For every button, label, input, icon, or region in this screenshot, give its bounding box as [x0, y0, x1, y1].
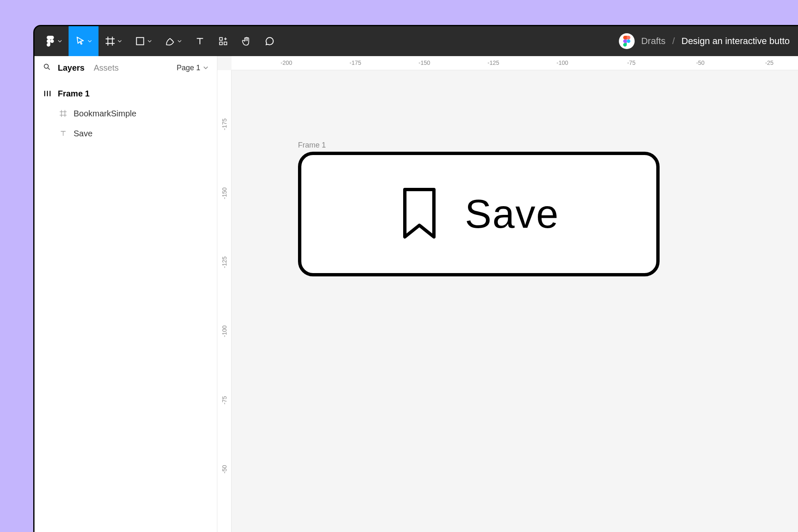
- canvas-wrap: -200 -175 -150 -125 -100 -75 -50 -25 -17…: [217, 56, 798, 532]
- ruler-tick: -175: [221, 118, 228, 130]
- page-label: Page 1: [177, 64, 200, 72]
- chevron-down-icon: [203, 65, 209, 71]
- ruler-tick: -200: [281, 59, 292, 66]
- resources-tool-button[interactable]: [212, 26, 235, 56]
- cursor-icon: [75, 36, 86, 47]
- body-area: Layers Assets Page 1 Frame 1: [34, 56, 798, 532]
- ruler-tick: -50: [221, 465, 228, 473]
- ruler-tick: -125: [488, 59, 499, 66]
- breadcrumb-location[interactable]: Drafts: [641, 36, 666, 47]
- frame-name-label[interactable]: Frame 1: [298, 141, 326, 150]
- ruler-tick: -125: [221, 256, 228, 268]
- pen-tool-button[interactable]: [158, 26, 188, 56]
- svg-rect-1: [219, 37, 222, 40]
- sidebar-tabs: Layers Assets: [58, 63, 119, 73]
- breadcrumb-separator: /: [672, 36, 675, 47]
- svg-point-4: [44, 64, 48, 68]
- layer-save[interactable]: Save: [34, 123, 217, 143]
- main-toolbar: Drafts / Design an interactive butto: [34, 26, 798, 56]
- breadcrumb: Drafts / Design an interactive butto: [619, 33, 794, 49]
- design-canvas[interactable]: Frame 1 Save: [232, 70, 798, 532]
- horizontal-ruler: -200 -175 -150 -125 -100 -75 -50 -25: [232, 56, 798, 70]
- ruler-tick: -75: [627, 59, 635, 66]
- chevron-down-icon: [177, 39, 182, 44]
- chevron-down-icon: [147, 39, 152, 44]
- figma-logo-icon: [45, 36, 56, 47]
- layer-bookmark-simple[interactable]: BookmarkSimple: [34, 103, 217, 123]
- team-avatar[interactable]: [619, 33, 635, 49]
- text-icon: [59, 129, 68, 138]
- pen-icon: [165, 36, 175, 47]
- sidebar-header: Layers Assets Page 1: [34, 56, 217, 79]
- breadcrumb-title[interactable]: Design an interactive butto: [682, 36, 790, 47]
- figma-window: Drafts / Design an interactive butto Lay…: [33, 25, 798, 532]
- comment-icon: [264, 36, 275, 47]
- tab-layers[interactable]: Layers: [58, 63, 85, 73]
- shape-tool-button[interactable]: [128, 26, 158, 56]
- ruler-tick: -75: [221, 396, 228, 404]
- canvas-frame-1[interactable]: Save: [298, 152, 660, 276]
- move-tool-button[interactable]: [69, 26, 99, 56]
- page-selector[interactable]: Page 1: [177, 64, 209, 72]
- ruler-tick: -175: [350, 59, 361, 66]
- ruler-tick: -50: [696, 59, 704, 66]
- frame-tool-button[interactable]: [99, 26, 128, 56]
- frame-icon: [59, 109, 68, 118]
- rectangle-icon: [135, 36, 145, 47]
- chevron-down-icon: [117, 39, 122, 44]
- resources-icon: [218, 36, 229, 47]
- text-tool-button[interactable]: [188, 26, 212, 56]
- ruler-tick: -150: [419, 59, 430, 66]
- search-icon[interactable]: [43, 63, 51, 73]
- layer-label: Frame 1: [58, 89, 90, 99]
- ruler-tick: -25: [765, 59, 773, 66]
- svg-rect-3: [224, 42, 227, 45]
- ruler-tick: -100: [221, 325, 228, 337]
- canvas-save-text[interactable]: Save: [465, 191, 559, 237]
- svg-rect-2: [219, 42, 222, 45]
- autolayout-icon: [43, 89, 52, 98]
- comment-tool-button[interactable]: [258, 26, 281, 56]
- vertical-ruler: -175 -150 -125 -100 -75 -50: [217, 70, 232, 532]
- svg-rect-0: [136, 37, 143, 44]
- tab-assets[interactable]: Assets: [94, 63, 119, 73]
- layer-tree: Frame 1 BookmarkSimple Save: [34, 79, 217, 148]
- chevron-down-icon: [57, 39, 62, 44]
- hand-tool-button[interactable]: [235, 26, 258, 56]
- ruler-tick: -150: [221, 187, 228, 199]
- layer-label: BookmarkSimple: [74, 109, 136, 118]
- frame-icon: [105, 36, 116, 47]
- text-icon: [195, 36, 205, 47]
- chevron-down-icon: [87, 39, 92, 44]
- ruler-tick: -100: [557, 59, 568, 66]
- figma-color-logo-icon: [623, 36, 631, 47]
- bookmark-icon[interactable]: [399, 186, 440, 242]
- layer-label: Save: [74, 129, 93, 138]
- hand-icon: [241, 36, 252, 47]
- main-menu-button[interactable]: [39, 26, 69, 56]
- layer-frame-1[interactable]: Frame 1: [34, 84, 217, 103]
- left-sidebar: Layers Assets Page 1 Frame 1: [34, 56, 217, 532]
